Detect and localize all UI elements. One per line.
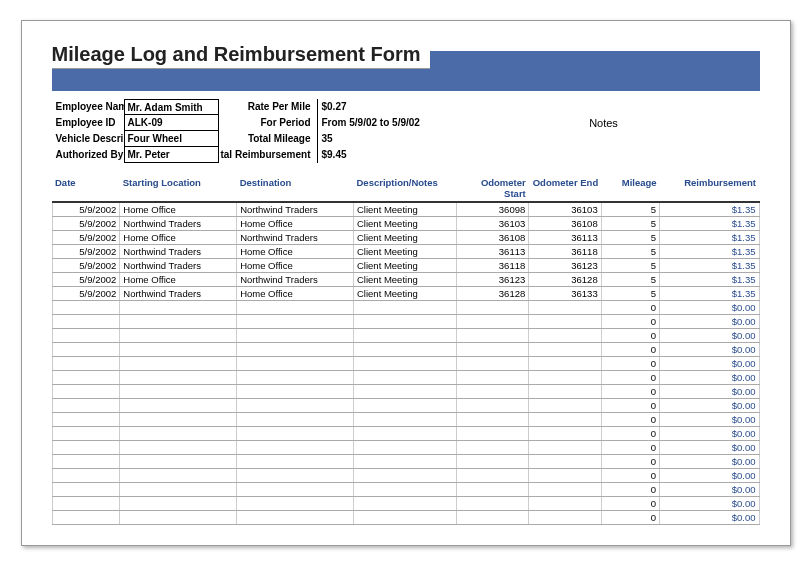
cell-date[interactable]: 5/9/2002 [52,231,120,245]
table-row[interactable]: 0$0.00 [52,511,759,525]
cell-dest[interactable] [237,329,354,343]
cell-start[interactable]: Home Office [120,273,237,287]
cell-date[interactable] [52,497,120,511]
cell-oend[interactable] [529,427,601,441]
cell-start[interactable] [120,413,237,427]
cell-oend[interactable] [529,371,601,385]
cell-reimb[interactable]: $1.35 [660,259,759,273]
cell-desc[interactable]: Client Meeting [353,259,456,273]
cell-reimb[interactable]: $0.00 [660,483,759,497]
cell-reimb[interactable]: $1.35 [660,287,759,301]
cell-desc[interactable]: Client Meeting [353,202,456,217]
cell-ostart[interactable] [456,469,528,483]
cell-date[interactable]: 5/9/2002 [52,287,120,301]
table-row[interactable]: 5/9/2002Home OfficeNorthwind TradersClie… [52,202,759,217]
cell-reimb[interactable]: $1.35 [660,217,759,231]
cell-oend[interactable]: 36128 [529,273,601,287]
cell-date[interactable]: 5/9/2002 [52,273,120,287]
cell-date[interactable]: 5/9/2002 [52,259,120,273]
cell-dest[interactable] [237,315,354,329]
cell-oend[interactable] [529,511,601,525]
cell-mileage[interactable]: 5 [601,217,659,231]
cell-oend[interactable] [529,483,601,497]
cell-mileage[interactable]: 5 [601,231,659,245]
cell-date[interactable] [52,385,120,399]
cell-ostart[interactable]: 36113 [456,245,528,259]
table-row[interactable]: 0$0.00 [52,441,759,455]
cell-ostart[interactable] [456,371,528,385]
cell-dest[interactable]: Northwind Traders [237,202,354,217]
cell-desc[interactable] [353,385,456,399]
cell-date[interactable] [52,399,120,413]
table-row[interactable]: 5/9/2002Northwind TradersHome OfficeClie… [52,287,759,301]
table-row[interactable]: 5/9/2002Northwind TradersHome OfficeClie… [52,245,759,259]
cell-date[interactable] [52,357,120,371]
cell-dest[interactable] [237,455,354,469]
cell-start[interactable]: Home Office [120,231,237,245]
cell-reimb[interactable]: $0.00 [660,413,759,427]
table-row[interactable]: 0$0.00 [52,399,759,413]
cell-oend[interactable] [529,399,601,413]
cell-mileage[interactable]: 0 [601,343,659,357]
cell-ostart[interactable]: 36098 [456,202,528,217]
cell-oend[interactable] [529,301,601,315]
cell-ostart[interactable] [456,413,528,427]
cell-ostart[interactable] [456,385,528,399]
cell-start[interactable] [120,427,237,441]
table-row[interactable]: 5/9/2002Home OfficeNorthwind TradersClie… [52,231,759,245]
cell-oend[interactable] [529,469,601,483]
cell-reimb[interactable]: $0.00 [660,427,759,441]
cell-mileage[interactable]: 0 [601,315,659,329]
cell-dest[interactable]: Home Office [237,245,354,259]
cell-reimb[interactable]: $0.00 [660,511,759,525]
cell-oend[interactable] [529,385,601,399]
cell-mileage[interactable]: 0 [601,511,659,525]
cell-ostart[interactable] [456,455,528,469]
cell-desc[interactable] [353,497,456,511]
cell-oend[interactable] [529,441,601,455]
cell-desc[interactable]: Client Meeting [353,287,456,301]
cell-ostart[interactable] [456,427,528,441]
cell-ostart[interactable] [456,497,528,511]
table-row[interactable]: 0$0.00 [52,427,759,441]
table-row[interactable]: 0$0.00 [52,357,759,371]
table-row[interactable]: 5/9/2002Home OfficeNorthwind TradersClie… [52,273,759,287]
cell-reimb[interactable]: $1.35 [660,273,759,287]
cell-mileage[interactable]: 5 [601,259,659,273]
cell-oend[interactable] [529,343,601,357]
cell-reimb[interactable]: $0.00 [660,329,759,343]
cell-dest[interactable] [237,441,354,455]
cell-desc[interactable]: Client Meeting [353,273,456,287]
cell-reimb[interactable]: $0.00 [660,385,759,399]
cell-dest[interactable] [237,301,354,315]
cell-dest[interactable] [237,427,354,441]
cell-start[interactable] [120,329,237,343]
cell-dest[interactable]: Home Office [237,287,354,301]
table-row[interactable]: 0$0.00 [52,371,759,385]
cell-desc[interactable] [353,315,456,329]
cell-oend[interactable]: 36113 [529,231,601,245]
cell-desc[interactable] [353,329,456,343]
cell-ostart[interactable] [456,315,528,329]
cell-mileage[interactable]: 0 [601,441,659,455]
cell-desc[interactable] [353,399,456,413]
cell-mileage[interactable]: 5 [601,273,659,287]
cell-ostart[interactable] [456,329,528,343]
cell-mileage[interactable]: 0 [601,469,659,483]
cell-dest[interactable]: Northwind Traders [237,273,354,287]
cell-dest[interactable] [237,497,354,511]
cell-oend[interactable]: 36123 [529,259,601,273]
cell-desc[interactable]: Client Meeting [353,231,456,245]
cell-desc[interactable] [353,455,456,469]
cell-start[interactable] [120,511,237,525]
cell-date[interactable] [52,329,120,343]
cell-reimb[interactable]: $0.00 [660,497,759,511]
cell-start[interactable]: Northwind Traders [120,245,237,259]
cell-start[interactable] [120,483,237,497]
table-row[interactable]: 0$0.00 [52,301,759,315]
cell-reimb[interactable]: $0.00 [660,301,759,315]
table-row[interactable]: 0$0.00 [52,455,759,469]
cell-start[interactable] [120,399,237,413]
table-row[interactable]: 0$0.00 [52,343,759,357]
cell-start[interactable] [120,455,237,469]
